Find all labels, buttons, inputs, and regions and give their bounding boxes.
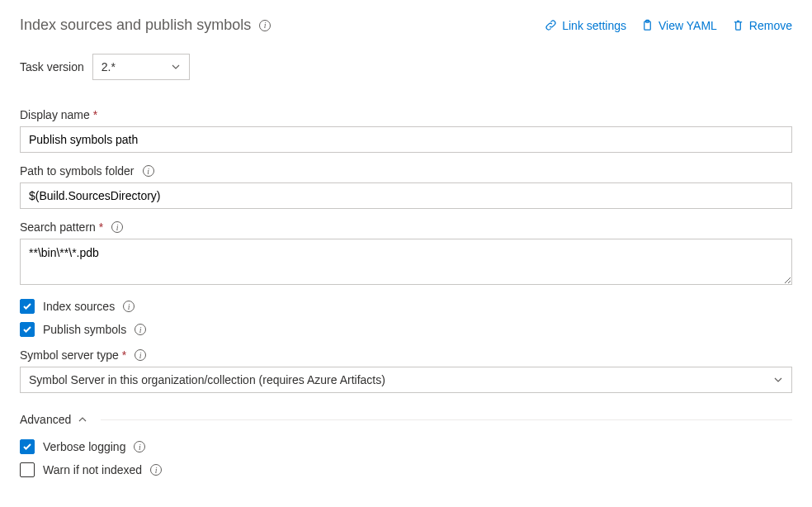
page-title-container: Index sources and publish symbols [20,17,271,34]
verbose-logging-label: Verbose logging [43,440,125,453]
publish-symbols-row: Publish symbols [20,322,792,337]
publish-symbols-checkbox[interactable] [20,322,35,337]
search-pattern-group: Search pattern * [20,220,792,287]
task-version-row: Task version 2.* [20,54,792,80]
remove-label: Remove [749,19,792,32]
chevron-down-icon [171,62,181,72]
symbol-server-type-group: Symbol server type * Symbol Server in th… [20,348,792,393]
symbol-server-type-label-row: Symbol server type * [20,348,792,362]
symbol-server-type-select[interactable]: Symbol Server in this organization/colle… [20,367,792,393]
index-sources-checkbox[interactable] [20,299,35,314]
index-sources-label: Index sources [43,300,115,313]
link-settings-button[interactable]: Link settings [545,19,626,32]
page-title: Index sources and publish symbols [20,17,251,34]
task-version-value: 2.* [102,60,116,73]
display-name-label-row: Display name * [20,108,792,121]
warn-if-not-indexed-row: Warn if not indexed [20,462,792,477]
link-icon [545,19,557,31]
index-sources-row: Index sources [20,299,792,314]
search-pattern-input[interactable] [20,239,792,285]
publish-symbols-label: Publish symbols [43,323,126,336]
chevron-down-icon [773,375,783,385]
display-name-input[interactable] [20,126,792,153]
task-version-label: Task version [20,60,84,73]
warn-if-not-indexed-checkbox[interactable] [20,462,35,477]
info-icon[interactable] [150,464,162,476]
display-name-group: Display name * [20,108,792,153]
info-icon[interactable] [111,221,123,233]
page-header: Index sources and publish symbols Link s… [20,17,792,34]
info-icon[interactable] [135,324,146,335]
search-pattern-label-row: Search pattern * [20,220,792,234]
required-marker: * [99,220,103,234]
view-yaml-label: View YAML [659,19,717,32]
header-actions: Link settings View YAML Remove [545,19,792,32]
chevron-up-icon [78,415,87,424]
path-symbols-input[interactable] [20,182,792,209]
divider [101,419,792,420]
view-yaml-button[interactable]: View YAML [641,19,717,32]
required-marker: * [122,348,126,362]
link-settings-label: Link settings [562,19,626,32]
remove-button[interactable]: Remove [732,19,792,32]
trash-icon [732,19,744,31]
clipboard-icon [641,19,654,31]
symbol-server-type-label: Symbol server type [20,348,119,362]
check-icon [22,301,32,311]
info-icon[interactable] [259,20,271,31]
display-name-label: Display name [20,108,90,121]
check-icon [22,442,32,452]
required-marker: * [93,108,97,121]
info-icon[interactable] [135,349,146,361]
verbose-logging-checkbox[interactable] [20,439,35,454]
task-version-select[interactable]: 2.* [92,54,190,80]
search-pattern-label: Search pattern [20,220,96,234]
symbol-server-type-value: Symbol Server in this organization/colle… [29,373,385,386]
info-icon[interactable] [143,165,154,177]
advanced-title: Advanced [20,413,71,426]
path-symbols-label: Path to symbols folder [20,164,135,178]
check-icon [22,325,32,334]
warn-if-not-indexed-label: Warn if not indexed [43,463,142,476]
path-symbols-label-row: Path to symbols folder [20,164,792,178]
info-icon[interactable] [123,301,135,312]
info-icon[interactable] [134,441,145,453]
verbose-logging-row: Verbose logging [20,439,792,454]
path-symbols-group: Path to symbols folder [20,164,792,209]
advanced-section-toggle[interactable]: Advanced [20,413,792,426]
